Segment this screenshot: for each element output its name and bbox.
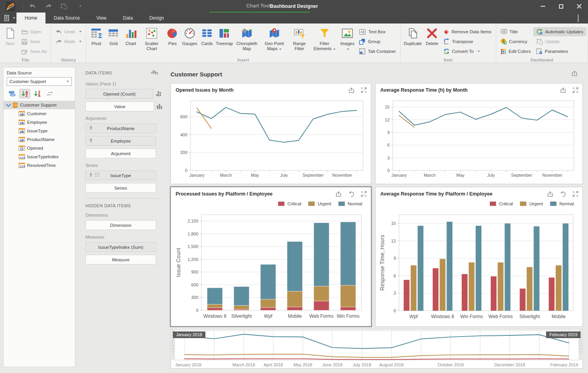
tree-item-opened[interactable]: Opened [4, 144, 75, 152]
maximize-icon[interactable] [361, 87, 367, 93]
save-button[interactable]: Save [19, 37, 49, 46]
data-item-chip-issuetypeindex-sum-[interactable]: IssueTypeIndex (Sum) [85, 242, 156, 252]
cards-button[interactable]: Cards [198, 25, 216, 46]
maximize-button[interactable] [552, 0, 570, 13]
tree-item-productname[interactable]: abProductName [4, 135, 75, 144]
export-icon[interactable] [547, 191, 554, 197]
quick-access-caret-icon[interactable] [74, 2, 85, 11]
automatic-updates-button[interactable]: Automatic Updates [534, 27, 586, 36]
tab-design[interactable]: Design [141, 13, 172, 24]
range-filter-button[interactable]: Range Filter [288, 25, 311, 51]
tree-item-employee[interactable]: abEmployee [4, 118, 75, 127]
treemap-icon [218, 27, 230, 40]
save-as-button[interactable]: Save As [19, 47, 49, 56]
range-filter-card[interactable]: January 2018March 2018April 2018May 2018… [171, 329, 583, 369]
stacked-bar-chart[interactable]: 03006009001,2001,5001,8002,100Issue Coun… [172, 210, 368, 324]
choropleth-map-button[interactable]: Choropleth Map [233, 25, 261, 51]
undo-icon[interactable] [559, 191, 566, 197]
data-item-chip-employee[interactable]: Employee [85, 136, 156, 146]
grid-button[interactable]: Grid [105, 25, 122, 46]
quick-redo-icon[interactable] [43, 2, 53, 11]
remove-data-items-button[interactable]: Remove Data Items [441, 27, 494, 36]
delete-button[interactable]: Delete [423, 25, 441, 46]
data-item-chip-measure[interactable]: Measure [85, 255, 156, 264]
data-item-chip-value[interactable]: Value [85, 101, 154, 111]
line-chart[interactable]: 0200400600JanuaryMarchMayJulySeptemberNo… [172, 95, 368, 183]
data-item-chip-dimension[interactable]: Dimension [85, 220, 156, 230]
undo-icon[interactable] [348, 191, 355, 197]
tree-item-resolvedtime[interactable]: 123ResolvedTime [4, 161, 75, 170]
duplicate-button[interactable]: Duplicate [402, 25, 423, 46]
swap-button[interactable] [44, 89, 55, 98]
arrow-up-icon [89, 138, 93, 143]
tab-view[interactable]: View [88, 13, 115, 24]
add-data-item-icon[interactable] [151, 69, 158, 77]
grouped-bar-chart[interactable]: 03691215Response Time, HoursWpfWindows 8… [376, 210, 580, 325]
data-item-chip-opened-count-[interactable]: Opened (Count) [85, 89, 153, 99]
currency-button[interactable]: €$Currency [498, 37, 534, 46]
edit-colors-button[interactable]: Edit Colors [498, 47, 534, 56]
quick-undo-icon[interactable] [27, 2, 38, 11]
chart-button[interactable]: Chart [122, 25, 140, 46]
filter-elements-button[interactable]: Filter Elements [311, 25, 338, 51]
tree-item-customer-support[interactable]: Customer Support [4, 101, 75, 109]
sort-az-button[interactable]: AZ [19, 89, 30, 98]
undo-button[interactable]: Undo [53, 27, 84, 36]
tab-container-button[interactable]: Tab Container [356, 47, 399, 56]
export-icon[interactable] [560, 87, 566, 94]
close-button[interactable] [570, 0, 588, 13]
export-icon[interactable] [348, 87, 355, 94]
group-button[interactable]: Group [356, 37, 399, 46]
scatter-chart-button[interactable]: Scatter Chart [140, 25, 164, 51]
series-stacked-icon[interactable] [156, 91, 162, 97]
data-source-dropdown[interactable]: Customer Support [7, 77, 72, 86]
redo-button[interactable]: Redo [53, 37, 84, 46]
hidden-data-items-header: HIDDEN DATA ITEMS [85, 203, 131, 208]
minimize-button[interactable] [534, 0, 552, 13]
collapse-ribbon-button[interactable] [578, 15, 584, 22]
new-button[interactable]: New [2, 25, 19, 46]
convert-to-button[interactable]: Convert To [441, 47, 494, 56]
quick-update-icon[interactable] [59, 2, 69, 11]
data-item-chip-productname[interactable]: ProductName [85, 123, 156, 133]
maximize-icon[interactable] [572, 87, 579, 93]
application-menu-button[interactable] [3, 13, 16, 24]
images-button[interactable]: Images [338, 25, 357, 51]
tab-home[interactable]: Home [16, 13, 45, 24]
legend-swatch [338, 201, 345, 206]
chart-card-avg-response-platform[interactable]: Average Response Time by Platform / Empl… [375, 187, 583, 327]
parameters-button[interactable]: Parameters [534, 47, 586, 56]
tab-data[interactable]: Data [115, 13, 141, 24]
chart-card-processed-issues[interactable]: Processed Issues by Platform / Employee … [170, 186, 372, 327]
maximize-icon[interactable] [572, 191, 579, 197]
expander-icon[interactable] [6, 102, 11, 107]
geo-point-maps-button[interactable]: Geo Point Maps [261, 25, 288, 51]
pies-button[interactable]: Pies [164, 25, 181, 46]
fields-layout-button[interactable] [7, 89, 18, 98]
svg-text:900: 900 [191, 270, 198, 274]
data-item-chip-issuetype[interactable]: IssueType [85, 170, 156, 180]
open-button[interactable]: Open [19, 27, 49, 36]
series-bars-icon[interactable] [157, 103, 162, 109]
chart-card-opened-issues[interactable]: Opened Issues by Month 0200400600January… [171, 83, 371, 184]
pivot-button[interactable]: ΣPivot [88, 25, 105, 46]
range-filter-chart[interactable]: January 2018March 2018April 2018May 2018… [171, 330, 583, 368]
sort-za-button[interactable]: ZA [32, 89, 43, 98]
maximize-icon[interactable] [361, 191, 367, 197]
transpose-button[interactable]: Transpose [441, 37, 494, 46]
tree-item-issuetypeindex[interactable]: 123IssueTypeIndex [4, 152, 75, 161]
dashboard-export-icon[interactable] [571, 70, 578, 78]
gauges-button[interactable]: Gauges [181, 25, 198, 46]
data-item-chip-argument[interactable]: Argument [85, 148, 156, 158]
tab-data-source[interactable]: Data Source [45, 13, 88, 24]
update-button[interactable]: Update [534, 37, 586, 46]
data-item-chip-series[interactable]: Series [85, 183, 156, 193]
export-icon[interactable] [335, 191, 342, 197]
text-box-button[interactable]: ABText Box [356, 27, 399, 36]
chart-card-avg-response-month[interactable]: Average Response Time (h) by Month 03691… [375, 83, 583, 184]
line-chart[interactable]: 03691215JanuaryMarchMayJulySeptemberNove… [376, 95, 580, 183]
tree-item-issuetype[interactable]: abIssueType [4, 127, 75, 135]
treemap-button[interactable]: Treemap [216, 25, 233, 46]
tree-item-customer[interactable]: abCustomer [4, 109, 75, 118]
title-button[interactable]: ABTitle [498, 27, 534, 36]
